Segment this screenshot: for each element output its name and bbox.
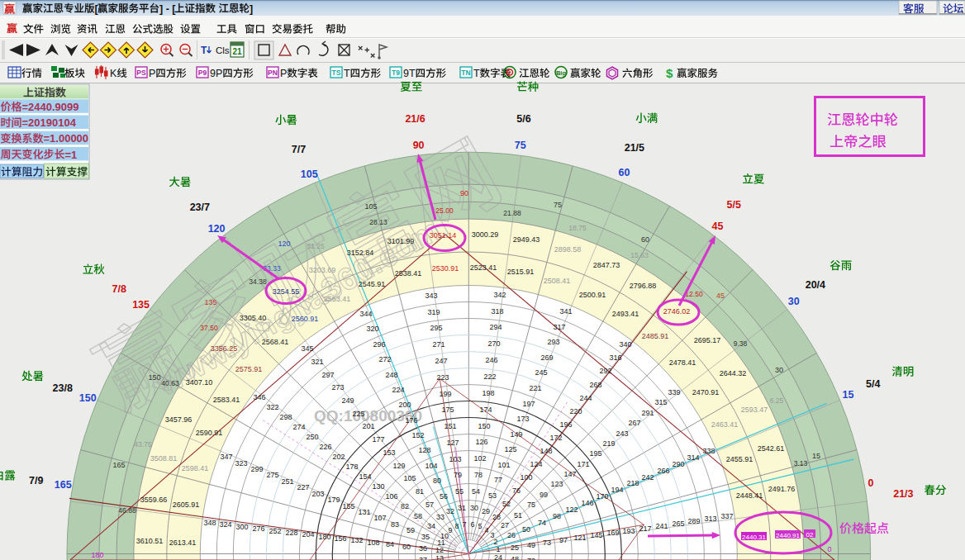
svg-text:48: 48 [511, 555, 519, 560]
svg-text:218: 218 [626, 479, 639, 487]
svg-text:130: 130 [372, 482, 384, 491]
svg-text:268: 268 [589, 381, 601, 389]
svg-text:324: 324 [219, 520, 231, 529]
svg-text:290: 290 [672, 460, 684, 468]
svg-text:2491.76: 2491.76 [768, 485, 796, 493]
svg-text:200: 200 [398, 401, 411, 409]
svg-text:193: 193 [622, 527, 635, 535]
svg-text:3000.29: 3000.29 [472, 230, 499, 239]
svg-text:15: 15 [812, 452, 820, 460]
svg-text:2448.41: 2448.41 [736, 491, 763, 500]
svg-text:154: 154 [359, 472, 371, 481]
svg-text:21/3: 21/3 [893, 488, 913, 500]
svg-text:33: 33 [436, 513, 444, 521]
svg-text:121: 121 [573, 534, 586, 542]
svg-text:266: 266 [657, 467, 669, 475]
svg-text:27: 27 [501, 521, 509, 529]
svg-text:106: 106 [385, 492, 397, 501]
svg-text:150: 150 [148, 373, 160, 382]
svg-text:46.88: 46.88 [118, 506, 136, 515]
svg-text:29: 29 [482, 507, 490, 515]
svg-text:45: 45 [711, 221, 723, 232]
svg-text:78: 78 [474, 471, 483, 479]
svg-text:20/4: 20/4 [806, 279, 825, 291]
svg-text:3203.69: 3203.69 [309, 266, 336, 274]
svg-text:30: 30 [775, 366, 783, 374]
svg-text:251: 251 [281, 477, 293, 486]
svg-text:243: 243 [616, 429, 628, 438]
svg-text:252: 252 [269, 527, 281, 535]
svg-text:T: T [473, 68, 480, 79]
svg-text:3457.96: 3457.96 [165, 415, 193, 424]
svg-text:52: 52 [502, 500, 511, 508]
svg-text:321: 321 [311, 358, 323, 366]
svg-text:7/8: 7/8 [112, 283, 126, 295]
svg-text:197: 197 [522, 400, 535, 408]
svg-text:201: 201 [362, 422, 374, 430]
svg-text:296: 296 [373, 340, 385, 349]
svg-text:171: 171 [577, 460, 589, 468]
svg-text:150: 150 [79, 392, 97, 404]
svg-text:107: 107 [373, 514, 386, 522]
svg-text:340: 340 [619, 340, 631, 349]
svg-text:126: 126 [475, 438, 487, 446]
svg-text:56: 56 [440, 492, 448, 501]
svg-text:31: 31 [458, 504, 466, 512]
svg-text:51: 51 [514, 511, 522, 520]
svg-text:3407.10: 3407.10 [186, 378, 213, 387]
svg-text:2515.91: 2515.91 [507, 268, 535, 276]
svg-text:105: 105 [403, 474, 416, 482]
svg-text:341: 341 [559, 307, 572, 316]
svg-text:202: 202 [332, 453, 345, 461]
svg-text:30: 30 [470, 504, 478, 512]
svg-text:2593.47: 2593.47 [741, 406, 768, 414]
svg-text:313: 313 [704, 515, 716, 523]
svg-text:45: 45 [716, 292, 725, 300]
svg-text:21/5: 21/5 [625, 142, 644, 154]
svg-text:9: 9 [448, 526, 452, 534]
svg-text:3101.99: 3101.99 [387, 237, 415, 245]
svg-text:314: 314 [687, 453, 699, 462]
svg-text:271: 271 [432, 340, 444, 349]
svg-text:P: P [149, 68, 155, 79]
svg-text:267: 267 [628, 419, 640, 427]
svg-text:147: 147 [563, 470, 576, 478]
svg-text:=20190104: =20190104 [22, 116, 77, 129]
svg-text:58: 58 [414, 512, 422, 520]
svg-text:2508.41: 2508.41 [544, 277, 571, 285]
svg-text:244: 244 [579, 394, 592, 402]
svg-text:103: 103 [449, 455, 461, 463]
svg-text:54: 54 [472, 487, 480, 496]
svg-text:148: 148 [540, 447, 552, 455]
svg-text:293: 293 [547, 338, 559, 346]
svg-text:PN: PN [268, 69, 278, 77]
svg-text:2613.41: 2613.41 [169, 539, 197, 547]
svg-text:3356.25: 3356.25 [211, 344, 238, 353]
svg-text:23/8: 23/8 [53, 382, 73, 394]
svg-text:Cls: Cls [216, 45, 230, 55]
svg-text:105: 105 [364, 202, 377, 211]
svg-text:100: 100 [520, 473, 532, 482]
svg-text:323: 323 [235, 459, 247, 467]
svg-text:165: 165 [112, 461, 125, 469]
svg-text:2463.41: 2463.41 [711, 420, 739, 429]
svg-text:21/6: 21/6 [405, 113, 425, 125]
svg-text:150: 150 [478, 422, 490, 430]
svg-text:PS: PS [136, 69, 146, 77]
svg-text:7: 7 [462, 520, 466, 529]
svg-text:127: 127 [446, 439, 459, 447]
svg-text:178: 178 [345, 463, 358, 471]
svg-text:223: 223 [436, 373, 449, 382]
svg-text:291: 291 [641, 409, 654, 417]
svg-text:3610.51: 3610.51 [136, 537, 164, 545]
svg-text:2695.17: 2695.17 [694, 336, 721, 344]
svg-text:165: 165 [55, 479, 72, 491]
svg-text:124: 124 [530, 460, 542, 468]
svg-text:247: 247 [435, 357, 447, 365]
svg-text:195: 195 [589, 449, 601, 458]
svg-text:155: 155 [342, 502, 354, 510]
svg-text:246: 246 [485, 356, 497, 364]
svg-text:K: K [110, 68, 117, 79]
svg-text:2949.43: 2949.43 [513, 235, 540, 244]
svg-text:319: 319 [427, 308, 440, 316]
